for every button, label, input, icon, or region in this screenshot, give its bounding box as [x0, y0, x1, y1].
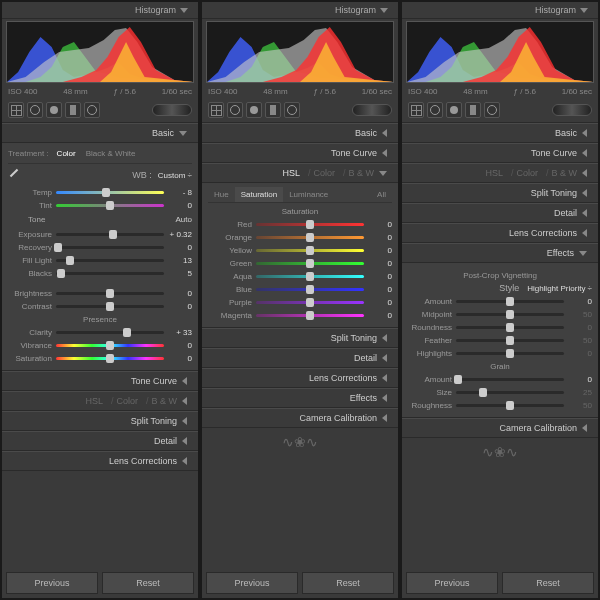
yellow-value[interactable]: 0 [364, 246, 392, 255]
fill-slider[interactable] [56, 255, 164, 265]
blacks-value[interactable]: 5 [164, 269, 192, 278]
grain-size-slider[interactable] [456, 387, 564, 397]
fill-value[interactable]: 13 [164, 256, 192, 265]
section-tone-curve[interactable]: Tone Curve [402, 143, 598, 163]
histogram-chart[interactable] [406, 21, 594, 83]
grain-amount-value[interactable]: 0 [564, 375, 592, 384]
section-camera[interactable]: Camera Calibration [402, 418, 598, 438]
section-detail[interactable]: Detail [402, 203, 598, 223]
clarity-value[interactable]: + 33 [164, 328, 192, 337]
spot-tool-icon[interactable] [227, 102, 243, 118]
histogram-header[interactable]: Histogram [2, 2, 198, 19]
section-effects[interactable]: Effects [402, 243, 598, 263]
brush-tool-icon[interactable] [84, 102, 100, 118]
red-slider[interactable] [256, 219, 364, 229]
orange-value[interactable]: 0 [364, 233, 392, 242]
roundness-slider[interactable] [456, 322, 564, 332]
section-detail[interactable]: Detail [202, 348, 398, 368]
wb-dropdown[interactable]: Custom ÷ [158, 171, 192, 180]
section-hsl[interactable]: HSL/Color/B & W [402, 163, 598, 183]
feather-value[interactable]: 50 [564, 336, 592, 345]
green-value[interactable]: 0 [364, 259, 392, 268]
crop-tool-icon[interactable] [208, 102, 224, 118]
reset-button[interactable]: Reset [302, 572, 394, 594]
tab-luminance[interactable]: Luminance [283, 187, 334, 202]
tool-size-wheel[interactable] [552, 104, 592, 116]
section-hsl[interactable]: HSL/Color/B & W [202, 163, 398, 183]
tint-value[interactable]: 0 [164, 201, 192, 210]
contrast-value[interactable]: 0 [164, 302, 192, 311]
section-lens[interactable]: Lens Corrections [2, 451, 198, 471]
tool-size-wheel[interactable] [152, 104, 192, 116]
grad-tool-icon[interactable] [65, 102, 81, 118]
grain-rough-value[interactable]: 50 [564, 401, 592, 410]
orange-slider[interactable] [256, 232, 364, 242]
highlights-slider[interactable] [456, 348, 564, 358]
tab-all[interactable]: All [371, 187, 392, 202]
section-split-toning[interactable]: Split Toning [202, 328, 398, 348]
style-dropdown[interactable]: Highlight Priority ÷ [527, 284, 592, 293]
yellow-slider[interactable] [256, 245, 364, 255]
previous-button[interactable]: Previous [406, 572, 498, 594]
section-basic[interactable]: Basic [402, 123, 598, 143]
section-lens[interactable]: Lens Corrections [402, 223, 598, 243]
section-detail[interactable]: Detail [2, 431, 198, 451]
reset-button[interactable]: Reset [102, 572, 194, 594]
histogram-chart[interactable] [6, 21, 194, 83]
redeye-tool-icon[interactable] [46, 102, 62, 118]
aqua-slider[interactable] [256, 271, 364, 281]
eyedropper-icon[interactable] [8, 168, 22, 182]
section-tone-curve[interactable]: Tone Curve [2, 371, 198, 391]
red-value[interactable]: 0 [364, 220, 392, 229]
saturation-slider[interactable] [56, 353, 164, 363]
tint-slider[interactable] [56, 200, 164, 210]
temp-slider[interactable] [56, 187, 164, 197]
contrast-slider[interactable] [56, 301, 164, 311]
histogram-chart[interactable] [206, 21, 394, 83]
recovery-slider[interactable] [56, 242, 164, 252]
section-effects[interactable]: Effects [202, 388, 398, 408]
recovery-value[interactable]: 0 [164, 243, 192, 252]
green-slider[interactable] [256, 258, 364, 268]
section-tone-curve[interactable]: Tone Curve [202, 143, 398, 163]
grain-rough-slider[interactable] [456, 400, 564, 410]
midpoint-slider[interactable] [456, 309, 564, 319]
magenta-slider[interactable] [256, 310, 364, 320]
previous-button[interactable]: Previous [6, 572, 98, 594]
blacks-slider[interactable] [56, 268, 164, 278]
amount-slider[interactable] [456, 296, 564, 306]
redeye-tool-icon[interactable] [246, 102, 262, 118]
brightness-value[interactable]: 0 [164, 289, 192, 298]
section-basic[interactable]: Basic [2, 123, 198, 143]
section-basic[interactable]: Basic [202, 123, 398, 143]
spot-tool-icon[interactable] [427, 102, 443, 118]
redeye-tool-icon[interactable] [446, 102, 462, 118]
treatment-color[interactable]: Color [57, 149, 76, 158]
grad-tool-icon[interactable] [265, 102, 281, 118]
grain-size-value[interactable]: 25 [564, 388, 592, 397]
histogram-header[interactable]: Histogram [202, 2, 398, 19]
treatment-bw[interactable]: Black & White [86, 149, 136, 158]
exposure-slider[interactable] [56, 229, 164, 239]
blue-value[interactable]: 0 [364, 285, 392, 294]
exposure-value[interactable]: + 0.32 [164, 230, 192, 239]
vibrance-slider[interactable] [56, 340, 164, 350]
brightness-slider[interactable] [56, 288, 164, 298]
roundness-value[interactable]: 0 [564, 323, 592, 332]
spot-tool-icon[interactable] [27, 102, 43, 118]
tab-saturation[interactable]: Saturation [235, 187, 283, 202]
brush-tool-icon[interactable] [284, 102, 300, 118]
section-camera[interactable]: Camera Calibration [202, 408, 398, 428]
grad-tool-icon[interactable] [465, 102, 481, 118]
clarity-slider[interactable] [56, 327, 164, 337]
previous-button[interactable]: Previous [206, 572, 298, 594]
blue-slider[interactable] [256, 284, 364, 294]
aqua-value[interactable]: 0 [364, 272, 392, 281]
brush-tool-icon[interactable] [484, 102, 500, 118]
temp-value[interactable]: - 8 [164, 188, 192, 197]
histogram-header[interactable]: Histogram [402, 2, 598, 19]
purple-slider[interactable] [256, 297, 364, 307]
tab-hue[interactable]: Hue [208, 187, 235, 202]
purple-value[interactable]: 0 [364, 298, 392, 307]
section-split-toning[interactable]: Split Toning [402, 183, 598, 203]
